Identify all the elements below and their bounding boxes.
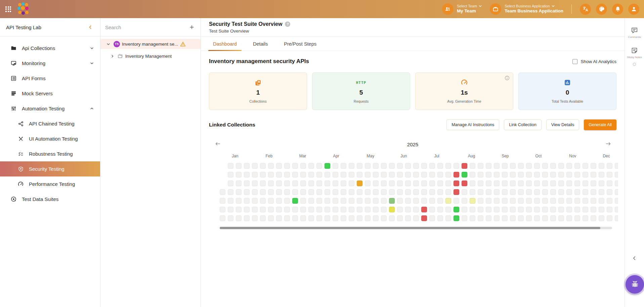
calendar-cell[interactable]	[284, 163, 290, 169]
calendar-cell[interactable]	[566, 163, 572, 169]
calendar-cell[interactable]	[550, 198, 556, 204]
calendar-cell[interactable]	[357, 207, 362, 212]
calendar-cell[interactable]	[413, 172, 419, 177]
calendar-cell[interactable]	[341, 198, 346, 204]
calendar-cell[interactable]	[526, 207, 532, 212]
calendar-cell[interactable]	[558, 163, 564, 169]
calendar-cell[interactable]	[607, 207, 612, 212]
calendar-cell[interactable]	[494, 189, 500, 195]
calendar-cell[interactable]	[349, 198, 354, 204]
calendar-cell[interactable]	[607, 172, 612, 177]
calendar-cell[interactable]	[333, 189, 338, 195]
search-input[interactable]: Search	[105, 24, 189, 30]
calendar-cell[interactable]	[405, 181, 411, 186]
calendar-cell[interactable]	[300, 198, 306, 204]
calendar-cell[interactable]	[300, 207, 306, 212]
calendar-cell[interactable]	[510, 215, 516, 221]
calendar-cell[interactable]	[510, 189, 516, 195]
calendar-cell[interactable]	[494, 215, 500, 221]
calendar-cell[interactable]	[373, 172, 379, 177]
calendar-cell[interactable]	[405, 198, 411, 204]
calendar-cell[interactable]	[292, 215, 298, 221]
view-details-button[interactable]: View Details	[546, 119, 579, 130]
calendar-cell[interactable]	[316, 207, 322, 212]
calendar-cell[interactable]	[486, 215, 491, 221]
calendar-cell[interactable]	[365, 163, 371, 169]
calendar-cell[interactable]	[308, 181, 314, 186]
calendar-cell[interactable]	[381, 172, 387, 177]
calendar-cell[interactable]	[574, 163, 580, 169]
sidebar-item-security-testing[interactable]: Security Testing	[0, 161, 100, 176]
calendar-cell[interactable]	[591, 198, 596, 204]
calendar-cell[interactable]	[429, 215, 435, 221]
calendar-cell[interactable]	[486, 163, 491, 169]
calendar-cell[interactable]	[591, 207, 596, 212]
calendar-cell[interactable]	[518, 215, 524, 221]
calendar-cell[interactable]	[421, 207, 427, 212]
calendar-cell[interactable]	[534, 181, 540, 186]
calendar-cell[interactable]	[583, 207, 588, 212]
calendar-cell[interactable]	[550, 163, 556, 169]
calendar-cell[interactable]	[300, 189, 306, 195]
calendar-cell[interactable]	[413, 163, 419, 169]
calendar-cell[interactable]	[373, 181, 379, 186]
calendar-cell[interactable]	[292, 163, 298, 169]
sidebar-item-api-forms[interactable]: API Forms	[0, 71, 100, 86]
calendar-cell[interactable]	[397, 181, 403, 186]
tree-item-inventory-management[interactable]: Inventory Management	[100, 51, 201, 61]
checkbox-box[interactable]	[572, 59, 577, 64]
calendar-cell[interactable]	[478, 215, 483, 221]
calendar-cell[interactable]	[413, 207, 419, 212]
calendar-cell[interactable]	[599, 172, 604, 177]
calendar-cell[interactable]	[333, 181, 338, 186]
calendar-cell[interactable]	[220, 207, 225, 212]
calendar-cell[interactable]	[437, 181, 443, 186]
calendar-cell[interactable]	[228, 207, 233, 212]
calendar-cell[interactable]	[445, 172, 451, 177]
calendar-cell[interactable]	[325, 207, 330, 212]
calendar-cell[interactable]	[228, 163, 233, 169]
calendar-cell[interactable]	[558, 215, 564, 221]
calendar-cell[interactable]	[599, 189, 604, 195]
calendar-cell[interactable]	[437, 207, 443, 212]
calendar-cell[interactable]	[325, 163, 330, 169]
calendar-cell[interactable]	[429, 198, 435, 204]
calendar-cell[interactable]	[462, 207, 467, 212]
calendar-cell[interactable]	[454, 198, 459, 204]
calendar-cell[interactable]	[236, 198, 242, 204]
comments-button[interactable]: Comments	[628, 27, 641, 39]
calendar-cell[interactable]	[574, 215, 580, 221]
calendar-cell[interactable]	[542, 163, 548, 169]
chevron-down-icon[interactable]	[90, 46, 94, 50]
business-app-selector[interactable]: Select Business Application Team Busines…	[490, 3, 563, 15]
calendar-cell[interactable]	[300, 163, 306, 169]
calendar-cell[interactable]	[558, 198, 564, 204]
calendar-cell[interactable]	[470, 198, 475, 204]
calendar-cell[interactable]	[381, 198, 387, 204]
calendar-cell[interactable]	[252, 198, 258, 204]
panel-collapse-icon[interactable]	[632, 256, 637, 261]
account-icon[interactable]	[628, 4, 639, 15]
calendar-cell[interactable]	[454, 172, 459, 177]
calendar-cell[interactable]	[220, 198, 225, 204]
sidebar-item-api-chained-testing[interactable]: API Chained Testing	[0, 116, 100, 131]
calendar-cell[interactable]	[397, 172, 403, 177]
calendar-cell[interactable]	[583, 215, 588, 221]
calendar-cell[interactable]	[341, 172, 346, 177]
calendar-cell[interactable]	[550, 207, 556, 212]
calendar-cell[interactable]	[462, 215, 467, 221]
calendar-cell[interactable]	[445, 207, 451, 212]
calendar-cell[interactable]	[357, 215, 362, 221]
calendar-cell[interactable]	[615, 172, 618, 177]
calendar-cell[interactable]	[510, 207, 516, 212]
calendar-cell[interactable]	[268, 172, 274, 177]
show-ai-analytics-checkbox[interactable]: Show AI Analytics	[572, 59, 616, 64]
calendar-cell[interactable]	[558, 181, 564, 186]
assistant-bug-button[interactable]	[626, 275, 644, 294]
calendar-cell[interactable]	[357, 198, 362, 204]
calendar-cell[interactable]	[591, 189, 596, 195]
calendar-cell[interactable]	[252, 207, 258, 212]
calendar-cell[interactable]	[333, 172, 338, 177]
calendar-cell[interactable]	[550, 172, 556, 177]
calendar-cell[interactable]	[268, 163, 274, 169]
